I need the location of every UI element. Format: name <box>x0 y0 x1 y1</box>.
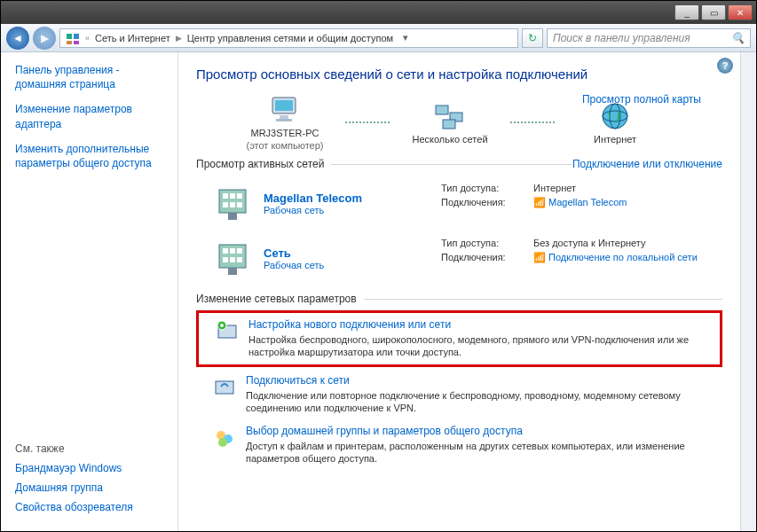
svg-rect-29 <box>228 268 237 275</box>
network-item: Magellan Telecom Рабочая сеть Тип доступ… <box>196 176 722 231</box>
breadcrumb-2[interactable]: Центр управления сетями и общим доступом <box>187 33 393 43</box>
svg-rect-7 <box>276 119 292 121</box>
sidebar-link-homegroup[interactable]: Домашняя группа <box>15 481 163 494</box>
navbar: ◄ ▶ « Сеть и Интернет ▶ Центр управления… <box>1 24 756 52</box>
task-homegroup[interactable]: Выбор домашней группы и параметров общег… <box>196 419 722 471</box>
network-type-link[interactable]: Рабочая сеть <box>264 260 441 270</box>
sidebar: Панель управления - домашняя страница Из… <box>1 52 178 531</box>
svg-rect-1 <box>74 34 79 39</box>
svg-rect-20 <box>237 202 242 207</box>
maximize-button[interactable]: ▭ <box>701 4 726 20</box>
map-node-sub: (этот компьютер) <box>246 140 323 151</box>
breadcrumb-sep: « <box>85 34 90 43</box>
map-node-computer[interactable]: MRJ3STER-PC (этот компьютер) <box>232 94 338 151</box>
sidebar-link-sharing[interactable]: Изменить дополнительные параметры общего… <box>15 142 163 170</box>
svg-rect-17 <box>237 193 242 199</box>
connect-icon <box>212 374 237 399</box>
task-title-link[interactable]: Настройка нового подключения или сети <box>248 318 720 331</box>
svg-rect-21 <box>228 213 237 220</box>
svg-point-35 <box>218 438 227 447</box>
forward-button[interactable]: ▶ <box>33 27 56 50</box>
search-input[interactable]: Поиск в панели управления 🔍 <box>547 28 751 48</box>
search-icon: 🔍 <box>731 32 745 44</box>
svg-rect-16 <box>230 193 235 199</box>
map-node-networks[interactable]: Несколько сетей <box>397 100 503 145</box>
svg-rect-8 <box>436 106 448 114</box>
task-title-link[interactable]: Выбор домашней группы и параметров общег… <box>246 425 722 437</box>
network-type-link[interactable]: Рабочая сеть <box>264 205 441 215</box>
svg-rect-23 <box>223 248 228 254</box>
chevron-right-icon: ▶ <box>176 34 182 43</box>
network-name-link[interactable]: Сеть <box>264 246 441 260</box>
new-connection-icon <box>215 318 240 343</box>
active-networks-header: Просмотр активных сетей Подключение или … <box>196 158 722 170</box>
map-node-label: MRJ3STER-PC <box>250 128 319 138</box>
breadcrumb-1[interactable]: Сеть и Интернет <box>95 33 170 43</box>
task-title-link[interactable]: Подключиться к сети <box>246 374 722 387</box>
highlighted-task: Настройка нового подключения или сети На… <box>196 310 722 367</box>
svg-rect-10 <box>443 120 455 129</box>
svg-rect-15 <box>223 193 228 199</box>
connection-icon: 📶 <box>533 252 546 262</box>
networks-icon <box>432 100 468 132</box>
computer-icon <box>267 94 303 126</box>
sidebar-link-adapter[interactable]: Изменение параметров адаптера <box>15 102 163 130</box>
section-label: Изменение сетевых параметров <box>196 293 357 305</box>
svg-rect-19 <box>230 202 235 207</box>
task-text: Настройка беспроводного, широкополосного… <box>248 333 720 359</box>
scrollbar[interactable] <box>740 52 756 531</box>
detail-key: Подключения: <box>441 252 530 263</box>
full-map-link[interactable]: Просмотр полной карты <box>582 93 701 106</box>
svg-rect-18 <box>223 202 228 207</box>
svg-rect-26 <box>223 257 228 262</box>
close-button[interactable]: ✕ <box>728 4 753 20</box>
work-network-icon <box>212 183 253 223</box>
minimize-button[interactable]: _ <box>674 4 699 20</box>
svg-rect-0 <box>67 34 72 39</box>
window: _ ▭ ✕ ◄ ▶ « Сеть и Интернет ▶ Центр упра… <box>0 0 757 532</box>
search-placeholder: Поиск в панели управления <box>553 32 690 44</box>
connection-link[interactable]: Подключение по локальной сети <box>548 252 698 262</box>
svg-rect-5 <box>275 100 293 111</box>
map-node-internet[interactable]: Интернет <box>562 100 668 145</box>
sidebar-link-ie[interactable]: Свойства обозревателя <box>15 501 163 513</box>
titlebar: _ ▭ ✕ <box>1 1 756 24</box>
detail-value: Без доступа к Интернету <box>533 238 646 248</box>
address-bar[interactable]: « Сеть и Интернет ▶ Центр управления сет… <box>59 28 518 48</box>
svg-rect-25 <box>237 248 242 254</box>
map-line <box>510 121 555 123</box>
back-button[interactable]: ◄ <box>6 27 29 50</box>
task-connect[interactable]: Подключиться к сети Подключение или повт… <box>196 369 722 420</box>
network-item: Сеть Рабочая сеть Тип доступа:Без доступ… <box>196 231 722 286</box>
detail-key: Тип доступа: <box>441 183 530 193</box>
sidebar-link-home[interactable]: Панель управления - домашняя страница <box>15 63 163 91</box>
svg-rect-27 <box>230 257 235 262</box>
svg-rect-6 <box>280 115 288 119</box>
page-title: Просмотр основных сведений о сети и наст… <box>196 66 722 82</box>
task-new-connection[interactable]: Настройка нового подключения или сети На… <box>199 313 720 364</box>
connect-disconnect-link[interactable]: Подключение или отключение <box>572 158 722 170</box>
address-dropdown[interactable]: ▾ <box>398 32 413 43</box>
section-label: Просмотр активных сетей <box>196 158 324 170</box>
body: Панель управления - домашняя страница Из… <box>1 52 756 531</box>
homegroup-icon <box>212 425 237 450</box>
sidebar-link-firewall[interactable]: Брандмауэр Windows <box>15 462 163 474</box>
detail-key: Тип доступа: <box>441 238 530 248</box>
detail-key: Подключения: <box>441 197 530 208</box>
map-line <box>345 121 390 123</box>
connection-icon: 📶 <box>533 197 546 207</box>
network-name-link[interactable]: Magellan Telecom <box>264 192 441 205</box>
map-node-label: Интернет <box>594 134 636 145</box>
svg-rect-14 <box>219 190 246 213</box>
control-panel-icon <box>66 31 80 45</box>
connection-link[interactable]: Magellan Telecom <box>548 197 627 207</box>
main-content: ? Просмотр основных сведений о сети и на… <box>178 52 740 531</box>
change-settings-header: Изменение сетевых параметров <box>196 293 722 305</box>
see-also-header: См. также <box>15 442 163 455</box>
svg-rect-28 <box>237 257 242 262</box>
refresh-button[interactable]: ↻ <box>522 28 543 48</box>
detail-value: Интернет <box>533 183 576 193</box>
task-text: Доступ к файлам и принтерам, расположенн… <box>246 440 722 466</box>
help-icon[interactable]: ? <box>717 58 733 74</box>
svg-point-11 <box>603 104 627 129</box>
